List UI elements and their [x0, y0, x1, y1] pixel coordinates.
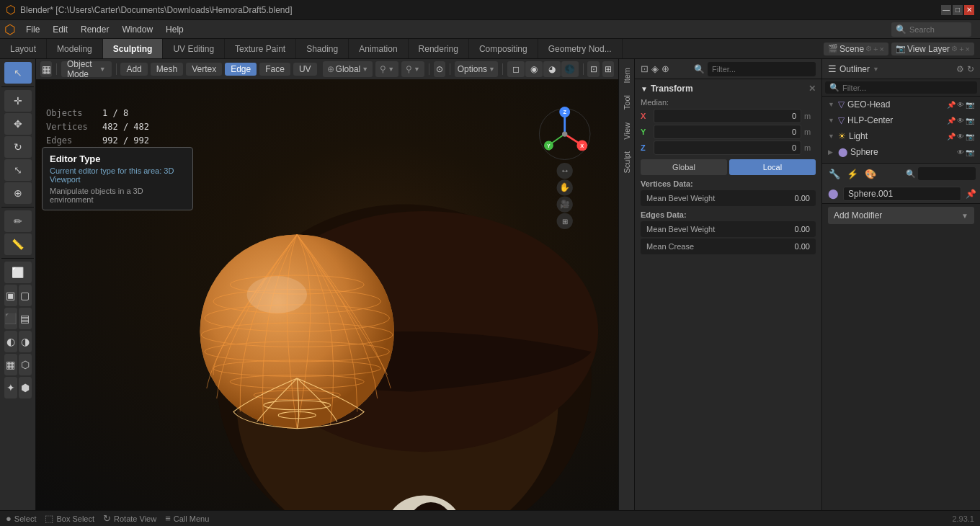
view-tab[interactable]: View: [620, 117, 633, 146]
add-shape-9[interactable]: ✦: [4, 377, 17, 398]
y-input[interactable]: [654, 125, 801, 139]
add-shape-7[interactable]: ▦: [4, 354, 17, 375]
scene-selector[interactable]: 🎬 Scene ⚙ + ×: [824, 43, 888, 55]
uv-button[interactable]: UV: [293, 63, 317, 76]
tab-compositing[interactable]: Compositing: [469, 39, 538, 58]
add-cube-button[interactable]: ⬜: [4, 262, 32, 283]
maximize-button[interactable]: □: [953, 5, 963, 15]
mesh-button[interactable]: Mesh: [151, 63, 183, 76]
outliner-item-light[interactable]: ▼ ☀ Light 📌 👁 📷: [822, 128, 980, 144]
tool-tab[interactable]: Tool: [620, 89, 633, 115]
viewport[interactable]: ▦ Object Mode ▼ Add Mesh Vertex Edge Fac…: [36, 59, 618, 510]
rp-icon-gizmo[interactable]: ⊕: [662, 63, 669, 74]
tab-modeling[interactable]: Modeling: [47, 39, 103, 58]
tab-uv-editing[interactable]: UV Editing: [163, 39, 225, 58]
gizmos-button[interactable]: ⊞: [602, 61, 614, 77]
props-icon-3[interactable]: 🎨: [863, 167, 878, 181]
rp-icon-view[interactable]: ⊡: [641, 63, 649, 74]
vertex-button[interactable]: Vertex: [186, 63, 222, 76]
sync-icon[interactable]: ↻: [967, 64, 974, 74]
tab-rendering[interactable]: Rendering: [409, 39, 469, 58]
tab-texture-paint[interactable]: Texture Paint: [225, 39, 296, 58]
wireframe-mode-button[interactable]: ◻: [507, 61, 525, 77]
measure-button[interactable]: 📏: [4, 233, 32, 255]
add-shape-3[interactable]: ⬛: [4, 308, 17, 329]
annotate-button[interactable]: ✏: [4, 210, 32, 232]
outliner-search-input[interactable]: [842, 84, 973, 92]
local-button[interactable]: Local: [729, 159, 816, 175]
editor-type-button[interactable]: ▦: [40, 61, 52, 77]
outliner-item-sphere[interactable]: ▶ ⬤ Sphere 👁 📷: [822, 144, 980, 160]
scale-tool-button[interactable]: ⤡: [4, 159, 32, 181]
eye-icon-3[interactable]: 👁: [957, 133, 964, 141]
pin-icon-3[interactable]: 📌: [947, 133, 956, 141]
window-controls[interactable]: — □ ✕: [941, 5, 974, 15]
mode-selector[interactable]: Object Mode ▼: [61, 61, 112, 77]
menu-edit[interactable]: Edit: [47, 23, 74, 36]
select-tool-button[interactable]: ↖: [4, 62, 32, 84]
minimize-button[interactable]: —: [941, 5, 951, 15]
rotate-tool-button[interactable]: ↻: [4, 136, 32, 158]
camera-icon[interactable]: 📷: [966, 101, 974, 109]
add-modifier-button[interactable]: Add Modifier ▼: [828, 207, 974, 224]
solid-mode-button[interactable]: ◉: [525, 61, 543, 77]
snap-selector[interactable]: ⚲ ▼: [401, 61, 424, 77]
material-mode-button[interactable]: ◕: [543, 61, 561, 77]
outliner-type-selector[interactable]: ☰ Outliner ▼: [828, 63, 879, 74]
props-icon-1[interactable]: 🔧: [827, 167, 842, 181]
global-button[interactable]: Global: [641, 159, 727, 175]
eye-icon-2[interactable]: 👁: [957, 117, 964, 125]
camera-icon-2[interactable]: 📷: [966, 117, 974, 125]
menu-window[interactable]: Window: [116, 23, 159, 36]
add-shape-4[interactable]: ▤: [19, 308, 32, 329]
tab-shading[interactable]: Shading: [296, 39, 349, 58]
outliner-item-hlp-center[interactable]: ▼ ▽ HLP-Center 📌 👁 📷: [822, 112, 980, 128]
tab-animation[interactable]: Animation: [349, 39, 408, 58]
rp-icon-overlays[interactable]: ◈: [651, 63, 659, 74]
add-shape-2[interactable]: ▢: [19, 285, 32, 306]
tab-layout[interactable]: Layout: [0, 39, 47, 58]
pivot-point-selector[interactable]: ⚲ ▼: [375, 61, 398, 77]
z-input[interactable]: [654, 141, 801, 155]
transform-panel-close-icon[interactable]: ✕: [808, 84, 816, 94]
add-shape-6[interactable]: ◑: [19, 331, 32, 352]
eye-icon-4[interactable]: 👁: [957, 148, 964, 156]
transform-tool-button[interactable]: ⊕: [4, 182, 32, 204]
global-search-input[interactable]: [909, 25, 967, 34]
add-shape-8[interactable]: ⬡: [19, 354, 32, 375]
transform-orientation-selector[interactable]: ⊕ Global ▼: [323, 61, 373, 77]
menu-render[interactable]: Render: [75, 23, 115, 36]
menu-file[interactable]: File: [20, 23, 45, 36]
pin-icon-2[interactable]: 📌: [947, 117, 956, 125]
view-layer-selector[interactable]: 📷 View Layer ⚙ + ×: [891, 43, 974, 55]
edge-button[interactable]: Edge: [225, 63, 257, 76]
add-shape-1[interactable]: ▣: [4, 285, 17, 306]
tab-sculpting[interactable]: Sculpting: [103, 39, 164, 58]
options-dropdown[interactable]: Options ▼: [455, 61, 498, 77]
outliner-item-geo-head[interactable]: ▼ ▽ GEO-Head 📌 👁 📷: [822, 97, 980, 112]
3d-viewport[interactable]: Z X Y ↔: [36, 79, 618, 510]
tab-geometry-nodes[interactable]: Geometry Nod...: [538, 39, 623, 58]
add-mesh-button[interactable]: Add: [120, 63, 147, 76]
face-button[interactable]: Face: [259, 63, 290, 76]
item-tab[interactable]: Item: [620, 62, 633, 89]
camera-icon-4[interactable]: 📷: [966, 148, 974, 156]
pin-icon[interactable]: 📌: [947, 101, 956, 109]
camera-icon-3[interactable]: 📷: [966, 133, 974, 141]
add-shape-5[interactable]: ◐: [4, 331, 17, 352]
add-shape-10[interactable]: ⬢: [19, 377, 32, 398]
move-tool-button[interactable]: ✥: [4, 113, 32, 135]
rendered-mode-button[interactable]: 🌑: [561, 61, 579, 77]
props-icon-2[interactable]: ⚡: [845, 167, 860, 181]
pin-active-icon[interactable]: 📌: [966, 189, 976, 199]
props-filter-input[interactable]: [918, 167, 976, 180]
properties-search-input[interactable]: [708, 62, 816, 76]
object-name-input[interactable]: [843, 187, 961, 201]
menu-help[interactable]: Help: [160, 23, 190, 36]
sculpt-tab[interactable]: Sculpt: [620, 146, 633, 179]
overlay-button[interactable]: ⊡: [587, 61, 599, 77]
proportional-edit-button[interactable]: ⊙: [434, 61, 445, 77]
filter-icon[interactable]: ⚙: [956, 64, 964, 74]
eye-icon[interactable]: 👁: [957, 101, 964, 109]
cursor-tool-button[interactable]: ✛: [4, 90, 32, 112]
